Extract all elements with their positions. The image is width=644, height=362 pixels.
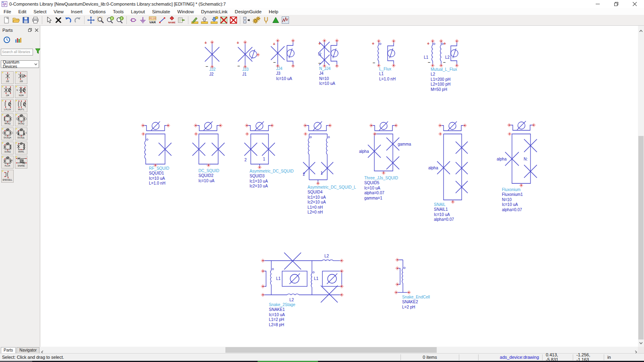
vertical-scroll-thumb[interactable] (638, 136, 644, 339)
toolbar-select-cursor-icon[interactable] (44, 15, 54, 25)
toolbar-wire-label-icon[interactable] (177, 15, 186, 25)
component-label-snake2[interactable]: Snake_2StageSNAKE1Ic=10 uAL1=2 pHL2=8 pH (269, 302, 295, 327)
component-label-jj2[interactable]: JJ2J2 (209, 67, 216, 77)
scroll-down-icon[interactable] (638, 339, 644, 346)
part-button-rfsq[interactable]: RFSQ (1, 113, 14, 126)
part-button-dcsql[interactable]: 21DCSQL (15, 128, 27, 140)
component-snakeend[interactable] (394, 258, 411, 294)
component-label-snail[interactable]: SNAILSNAIL1Ic=10 uAalpha=0.07 (434, 202, 454, 222)
component-dcsq[interactable] (192, 121, 225, 167)
menu-item-designguide[interactable]: DesignGuide (231, 9, 265, 14)
menu-item-tools[interactable]: Tools (109, 9, 127, 14)
part-button-dcsqa[interactable]: 21DCSQA (1, 128, 14, 140)
part-button-flux[interactable]: NFLUX (1, 156, 14, 169)
schematic-canvas[interactable]: +−+−+−+−N:+−++−−L1L22121alphagammaalphaa… (40, 26, 638, 347)
component-fluxonium[interactable]: alphaN: (497, 121, 537, 187)
toolbar-pop-out-icon[interactable] (200, 15, 209, 25)
menu-item-edit[interactable]: Edit (15, 9, 30, 14)
component-label-snakeend[interactable]: Snake_EndCellSNAKE2L=2 pH (402, 295, 430, 310)
toolbar-zoom-in-icon[interactable]: 2 (105, 15, 115, 25)
part-button-jj4[interactable]: JJ4 (1, 85, 14, 98)
part-button-dcsq[interactable]: 11DCSQ (15, 113, 27, 126)
part-button-jj2[interactable]: JJ2 (1, 71, 14, 84)
toolbar-undo-icon[interactable] (63, 15, 73, 25)
menu-item-view[interactable]: View (50, 9, 67, 14)
float-panel-icon[interactable] (28, 28, 32, 33)
tab-parts[interactable]: Parts (1, 347, 16, 353)
restore-icon[interactable] (607, 0, 625, 8)
toolbar-settings-gears-icon[interactable] (252, 15, 261, 25)
toolbar-pan-icon[interactable] (86, 15, 96, 25)
part-button-snail[interactable]: SNAIL (15, 142, 27, 154)
component-label-lflux[interactable]: L_FluxL1L=1.0 nH (379, 67, 396, 82)
library-dropdown[interactable]: Quantum Devices (1, 60, 39, 68)
toolbar-open-folder-icon[interactable] (11, 15, 21, 25)
toolbar-zoom-out-icon[interactable]: 2 (115, 15, 125, 25)
close-panel-icon[interactable] (35, 28, 38, 33)
component-label-threejj[interactable]: Three_JJs_SQUIDSQUID5Ic=10 uAalpha=0.07g… (364, 176, 398, 201)
component-snake2[interactable]: L1L1L2L2 (261, 253, 343, 302)
toolbar-push-and-edit-icon[interactable] (190, 15, 200, 25)
toolbar-zoom-area-icon[interactable] (96, 15, 105, 25)
component-label-rfsq[interactable]: RF_SQUIDSQUID1Ic=10 uAL=1.0 nH (149, 166, 169, 186)
recent-parts-icon[interactable] (3, 36, 10, 45)
menu-item-window[interactable]: Window (174, 9, 198, 14)
menu-item-options[interactable]: Options (86, 9, 109, 14)
toolbar-var-icon[interactable]: 0110VAR (148, 15, 157, 25)
filter-funnel-icon[interactable] (35, 48, 41, 56)
toolbar-component-history-icon[interactable] (242, 15, 252, 25)
menu-item-file[interactable]: File (0, 9, 15, 14)
vertical-scrollbar[interactable] (638, 26, 644, 347)
part-button-endcell[interactable]: ENDCELL (1, 170, 14, 183)
minimize-icon[interactable] (588, 0, 607, 8)
toolbar-new-file-icon[interactable] (2, 15, 11, 25)
toolbar-save-icon[interactable] (21, 15, 31, 25)
toolbar-port-icon[interactable] (128, 15, 138, 25)
component-jj3[interactable]: +− (237, 40, 260, 68)
toolbar-print-icon[interactable] (31, 15, 40, 25)
library-browser-icon[interactable] (14, 36, 22, 45)
component-label-jj4[interactable]: JJ4J3Ic=10 uA (276, 66, 292, 81)
menu-item-insert[interactable]: Insert (67, 9, 86, 14)
toolbar-deactivate-b-icon[interactable] (229, 15, 238, 25)
component-adcsq[interactable]: 21 (244, 121, 275, 169)
component-threejj[interactable]: alphagamma (359, 121, 411, 175)
component-label-adcsql[interactable]: Asymmetric_DC_SQUID_LSQUID4Ic1=10 uAIc2=… (308, 185, 356, 215)
component-label-njj4[interactable]: N_JJ4J4N=10Ic=10 uA (319, 66, 335, 86)
component-label-adcsq[interactable]: Asymmetric_DC_SQUIDSQUID3Ic1=10 uAIc2=10… (250, 169, 293, 189)
component-jj4[interactable]: +− (271, 39, 295, 68)
part-button-mut-l[interactable]: MUT L (15, 99, 27, 112)
scroll-up-icon[interactable] (638, 27, 644, 34)
toolbar-ground-icon[interactable] (138, 15, 148, 25)
component-mutl[interactable]: ++−−L1L2 (424, 39, 458, 67)
component-label-jj3[interactable]: JJ3J1 (242, 67, 249, 77)
component-njj4[interactable]: +−N: (318, 39, 339, 68)
part-button-snake[interactable]: SNAKE (15, 156, 27, 169)
part-button-jj3[interactable]: JJ3 (15, 71, 27, 84)
toolbar-delete-icon[interactable] (54, 15, 63, 25)
toolbar-name-icon[interactable]: NAME (167, 15, 177, 25)
menu-item-select[interactable]: Select (30, 9, 50, 14)
toolbar-redo-icon[interactable] (73, 15, 83, 25)
component-label-fluxonium[interactable]: FluxoniumFluxonium1N=10Ic=10 uAalpha=0.0… (502, 187, 523, 212)
component-label-dcsq[interactable]: DC_SQUIDSQUID2Ic=10 uA (198, 169, 219, 183)
toolbar-data-display-icon[interactable] (281, 15, 290, 25)
menu-item-help[interactable]: Help (265, 9, 282, 14)
component-rfsq[interactable] (141, 121, 171, 167)
toolbar-tune-icon[interactable] (261, 15, 271, 25)
toolbar-simulate-icon[interactable] (271, 15, 281, 25)
component-snail[interactable]: alpha (428, 121, 468, 204)
component-lflux[interactable]: +− (372, 39, 395, 67)
toolbar-wire-icon[interactable] (157, 15, 167, 25)
part-button-njj4[interactable]: N:NJJ4 (15, 85, 27, 98)
close-icon[interactable] (625, 0, 644, 8)
part-button-l-flux[interactable]: L FLUX (1, 99, 14, 112)
component-label-mutl[interactable]: Mutual_L_FluxL2L1=200 pHL2=100 pHM=50 pH (431, 67, 457, 92)
menu-item-layout[interactable]: Layout (127, 9, 149, 14)
search-input[interactable] (1, 49, 33, 56)
horizontal-scroll-thumb[interactable] (225, 347, 437, 353)
part-button-3jjsq[interactable]: 3JJSQ (1, 142, 14, 154)
menu-item-simulate[interactable]: Simulate (149, 9, 174, 14)
toolbar-push-with-lock-icon[interactable] (209, 15, 219, 25)
toolbar-deactivate-a-icon[interactable] (219, 15, 229, 25)
